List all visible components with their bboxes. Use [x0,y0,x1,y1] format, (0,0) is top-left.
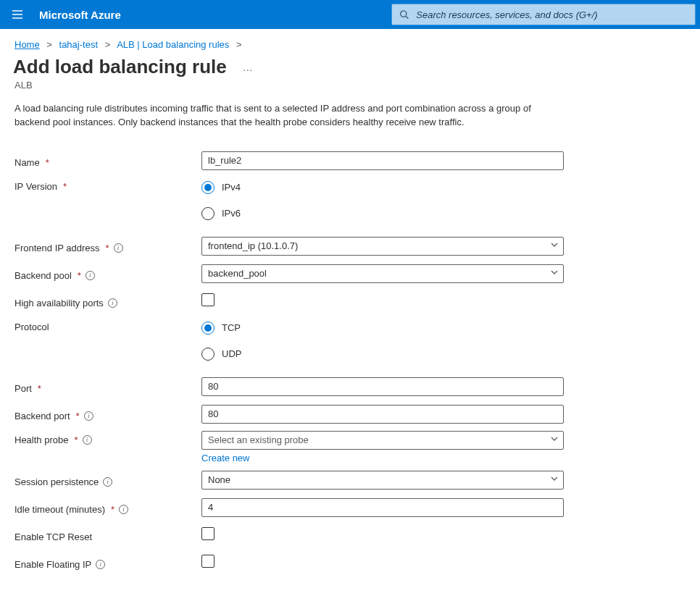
label-protocol: Protocol [14,322,49,332]
name-input[interactable] [201,151,564,170]
required-mark: * [106,243,109,253]
label-session-persistence: Session persistence [14,476,99,487]
overflow-menu[interactable]: … [243,62,254,73]
row-session-persistence: Session persistence i None [14,469,686,491]
frontend-ip-value: frontend_ip (10.1.0.7) [208,240,298,251]
label-port: Port [14,383,32,394]
info-icon[interactable]: i [103,477,112,487]
label-backend-pool: Backend pool [14,270,72,281]
radio-tcp-label: TCP [222,322,241,333]
crumb-lb-rules[interactable]: ALB | Load balancing rules [117,39,229,50]
health-probe-placeholder: Select an existing probe [208,434,309,445]
label-health-probe: Health probe [14,434,68,445]
info-icon[interactable]: i [96,560,105,569]
page-subtitle: ALB [0,78,700,99]
svg-line-4 [406,16,408,18]
row-tcp-reset: Enable TCP Reset [14,524,686,546]
health-probe-select[interactable]: Select an existing probe [201,431,564,450]
radio-udp-label: UDP [222,348,241,359]
info-icon[interactable]: i [86,271,95,280]
radio-ipv4-row[interactable]: IPv4 [201,177,564,198]
brand-label[interactable]: Microsoft Azure [35,9,121,21]
page-title: Add load balancing rule [13,56,227,78]
info-icon[interactable]: i [84,411,93,421]
chevron-down-icon [550,240,559,251]
info-icon[interactable]: i [114,243,123,253]
row-idle-timeout: Idle timeout (minutes)* i [14,497,686,518]
label-ha-ports: High availability ports [14,298,104,308]
session-persistence-select[interactable]: None [201,471,564,490]
chevron-down-icon [550,474,559,485]
chevron-down-icon [550,268,559,279]
required-mark: * [76,411,80,421]
crumb-sep: > [46,39,52,50]
required-mark: * [111,504,114,515]
title-row: Add load balancing rule … [0,53,700,78]
backend-pool-value: backend_pool [208,268,267,279]
port-input[interactable] [201,377,564,396]
floating-ip-checkbox[interactable] [201,555,214,568]
idle-timeout-input[interactable] [201,498,564,517]
svg-point-3 [401,11,407,17]
required-mark: * [38,383,41,394]
backend-port-input[interactable] [201,405,564,424]
info-icon[interactable]: i [83,435,92,445]
radio-ipv6-label: IPv6 [222,208,241,219]
global-search[interactable] [391,4,696,25]
row-health-probe: Health probe* i Select an existing probe… [14,431,686,463]
top-bar: Microsoft Azure [0,0,700,29]
row-ha-ports: High availability ports i [14,290,686,312]
radio-ipv4-label: IPv4 [222,182,241,193]
required-mark: * [74,434,78,445]
create-new-probe-link[interactable]: Create new [201,453,249,463]
required-mark: * [63,181,67,192]
page-description: A load balancing rule distributes incomi… [0,99,551,150]
row-backend-port: Backend port* i [14,403,686,425]
crumb-sep: > [105,39,111,50]
hamburger-icon [12,9,23,20]
row-protocol: Protocol TCP UDP [14,318,686,370]
search-icon [399,9,409,20]
required-mark: * [46,157,49,168]
label-ip-version: IP Version [14,181,57,192]
info-icon[interactable]: i [119,505,128,514]
label-tcp-reset: Enable TCP Reset [14,532,92,542]
ha-ports-checkbox[interactable] [201,293,214,306]
required-mark: * [78,270,81,281]
radio-ipv6[interactable] [201,207,214,220]
global-search-input[interactable] [414,9,688,21]
crumb-sep: > [236,39,242,50]
info-icon[interactable]: i [108,298,117,308]
radio-ipv6-row[interactable]: IPv6 [201,203,564,224]
label-name: Name [14,157,40,168]
row-port: Port* [14,376,686,398]
radio-tcp[interactable] [201,322,214,335]
tcp-reset-checkbox[interactable] [201,527,214,540]
row-floating-ip: Enable Floating IP i [14,552,686,574]
label-frontend-ip: Frontend IP address [14,243,100,253]
radio-udp[interactable] [201,348,214,361]
crumb-home[interactable]: Home [14,39,40,50]
hamburger-menu[interactable] [0,0,35,29]
crumb-resource-group[interactable]: tahaj-test [59,39,98,50]
backend-pool-select[interactable]: backend_pool [201,264,564,283]
row-backend-pool: Backend pool* i backend_pool [14,263,686,285]
radio-ipv4[interactable] [201,181,214,194]
row-ip-version: IP Version* IPv4 IPv6 [14,177,686,230]
label-idle-timeout: Idle timeout (minutes) [14,504,105,515]
label-floating-ip: Enable Floating IP [14,559,91,570]
radio-udp-row[interactable]: UDP [201,344,564,364]
form: Name* IP Version* IPv4 IPv6 Frontend IP … [0,150,700,609]
row-frontend-ip: Frontend IP address* i frontend_ip (10.1… [14,235,686,257]
row-name: Name* [14,150,686,172]
frontend-ip-select[interactable]: frontend_ip (10.1.0.7) [201,237,564,256]
session-persistence-value: None [208,474,230,485]
radio-tcp-row[interactable]: TCP [201,318,564,338]
breadcrumb: Home > tahaj-test > ALB | Load balancing… [0,29,700,53]
label-backend-port: Backend port [14,411,70,421]
chevron-down-icon [550,434,559,445]
